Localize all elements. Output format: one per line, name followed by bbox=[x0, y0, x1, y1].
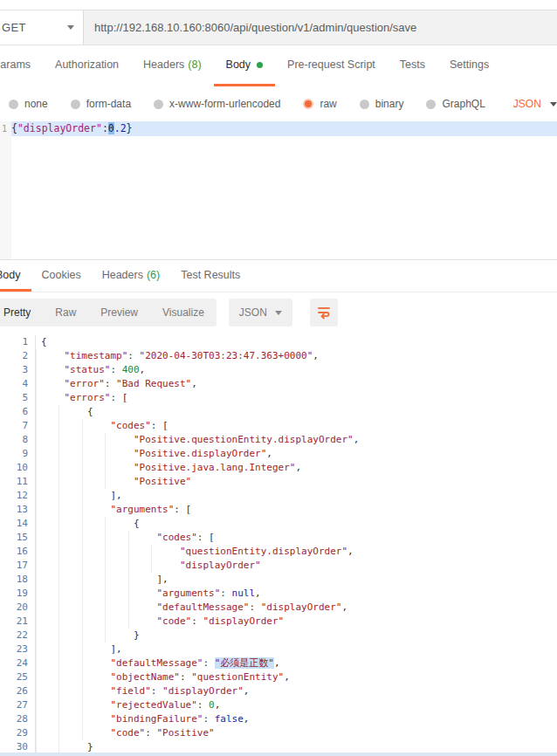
line-number: 27 bbox=[0, 698, 35, 712]
code-line: 29 "code": "Positive" bbox=[0, 726, 557, 740]
line-number: 28 bbox=[0, 712, 35, 726]
body-type-row: noneform-datax-www-form-urlencodedrawbin… bbox=[0, 86, 557, 121]
code-line: 11 "Positive" bbox=[0, 475, 557, 489]
line-number: 12 bbox=[0, 489, 35, 503]
code-line: 4 "error": "Bad Request", bbox=[0, 377, 557, 391]
wrap-text-button[interactable] bbox=[310, 299, 338, 326]
line-number: 1 bbox=[0, 335, 35, 349]
code-line: 23 ], bbox=[0, 643, 557, 656]
line-number: 15 bbox=[0, 531, 35, 545]
line-number: 25 bbox=[0, 670, 35, 684]
request-tabs: ParamsAuthorizationHeaders(8)BodyPre-req… bbox=[0, 45, 557, 86]
line-number: 14 bbox=[0, 517, 35, 531]
resp-tab-headers[interactable]: Headers(6) bbox=[92, 260, 171, 292]
radio-form-data[interactable]: form-data bbox=[71, 98, 131, 110]
body-language-selector[interactable]: JSON bbox=[513, 98, 557, 110]
radio-icon bbox=[71, 100, 80, 109]
radio-binary[interactable]: binary bbox=[360, 98, 404, 110]
response-body[interactable]: 1{2 "timestamp": "2020-04-30T03:23:47.36… bbox=[0, 333, 557, 754]
editor-line: 1{"displayOrder":0.2} bbox=[0, 121, 557, 136]
radio-raw[interactable]: raw bbox=[303, 98, 336, 110]
code-line: 2 "timestamp": "2020-04-30T03:23:47.363+… bbox=[0, 349, 557, 363]
tab-authorization[interactable]: Authorization bbox=[43, 45, 131, 86]
line-number: 10 bbox=[0, 461, 35, 475]
code-line: 3 "status": 400, bbox=[0, 363, 557, 377]
code-line: 26 "field": "displayOrder", bbox=[0, 684, 557, 698]
radio-icon bbox=[154, 100, 163, 109]
unsaved-dot-icon bbox=[257, 62, 263, 68]
line-number: 13 bbox=[0, 503, 35, 517]
line-number: 8 bbox=[0, 433, 35, 447]
tab-body[interactable]: Body bbox=[214, 45, 276, 86]
code-line: 19 "arguments": null, bbox=[0, 587, 557, 601]
radio-icon bbox=[9, 100, 18, 109]
resp-tab-cookies[interactable]: Cookies bbox=[31, 260, 92, 292]
view-preview[interactable]: Preview bbox=[88, 299, 150, 326]
tab-settings[interactable]: Settings bbox=[437, 45, 501, 86]
code-line: 24 "defaultMessage": "必须是正数", bbox=[0, 656, 557, 670]
line-number: 4 bbox=[0, 377, 35, 391]
tab-params[interactable]: Params bbox=[0, 45, 43, 86]
view-visualize[interactable]: Visualize bbox=[150, 299, 217, 326]
line-number: 29 bbox=[0, 726, 35, 740]
response-view-bar: PrettyRawPreviewVisualize JSON bbox=[0, 292, 557, 333]
wrap-text-icon bbox=[315, 304, 333, 321]
method-label: GET bbox=[2, 21, 26, 34]
view-raw[interactable]: Raw bbox=[43, 299, 88, 326]
response-language-selector[interactable]: JSON bbox=[229, 299, 292, 326]
chevron-down-icon bbox=[67, 25, 74, 30]
radio-none[interactable]: none bbox=[9, 98, 48, 110]
view-mode-switcher: PrettyRawPreviewVisualize bbox=[0, 299, 217, 326]
radio-icon bbox=[305, 100, 312, 107]
radio-x-www-form-urlencoded[interactable]: x-www-form-urlencoded bbox=[154, 98, 280, 110]
line-number: 26 bbox=[0, 684, 35, 698]
resp-tab-test-results[interactable]: Test Results bbox=[170, 260, 251, 292]
code-line: 6 { bbox=[0, 405, 557, 419]
tab-tests[interactable]: Tests bbox=[388, 45, 437, 86]
line-number: 23 bbox=[0, 643, 35, 656]
tab-pre-request-script[interactable]: Pre-request Script bbox=[275, 45, 388, 86]
line-number: 20 bbox=[0, 601, 35, 615]
chevron-down-icon bbox=[275, 311, 282, 315]
code-line: 27 "rejectedValue": 0, bbox=[0, 698, 557, 712]
code-line: 17 "displayOrder" bbox=[0, 559, 557, 573]
code-line: 13 "arguments": [ bbox=[0, 503, 557, 517]
code-line: 20 "defaultMessage": "displayOrder", bbox=[0, 601, 557, 615]
code-line: 1{ bbox=[0, 335, 557, 349]
line-number: 17 bbox=[0, 559, 35, 573]
code-line: 5 "errors": [ bbox=[0, 391, 557, 405]
radio-icon bbox=[360, 100, 369, 109]
line-number: 11 bbox=[0, 475, 35, 489]
line-number: 9 bbox=[0, 447, 35, 461]
line-number: 21 bbox=[0, 615, 35, 629]
code-line: 10 "Positive.java.lang.Integer", bbox=[0, 461, 557, 475]
radio-graphql[interactable]: GraphQL bbox=[426, 98, 485, 110]
code-line: 22 } bbox=[0, 629, 557, 643]
line-number: 6 bbox=[0, 405, 35, 419]
url-input[interactable]: http://192.168.10.160:8060/api/question/… bbox=[84, 10, 557, 45]
code-line: 28 "bindingFailure": false, bbox=[0, 712, 557, 726]
chevron-down-icon bbox=[550, 102, 557, 107]
request-body-editor[interactable]: 1{"displayOrder":0.2} bbox=[0, 121, 557, 259]
line-number: 2 bbox=[0, 349, 35, 363]
url-bar: GET http://192.168.10.160:8060/api/quest… bbox=[0, 10, 557, 45]
method-selector[interactable]: GET bbox=[0, 10, 84, 45]
line-number: 7 bbox=[0, 419, 35, 433]
code-line: 8 "Positive.questionEntity.displayOrder"… bbox=[0, 433, 557, 447]
line-number: 19 bbox=[0, 587, 35, 601]
tab-headers[interactable]: Headers(8) bbox=[131, 45, 214, 86]
code-line: 12 ], bbox=[0, 489, 557, 503]
scrollbar-track[interactable] bbox=[0, 753, 557, 756]
radio-icon bbox=[426, 100, 436, 109]
code-line: 9 "Positive.displayOrder", bbox=[0, 447, 557, 461]
code-line: 21 "code": "displayOrder" bbox=[0, 615, 557, 629]
line-number: 16 bbox=[0, 545, 35, 559]
view-pretty[interactable]: Pretty bbox=[0, 299, 43, 326]
code-line: 18 ], bbox=[0, 573, 557, 587]
line-number: 18 bbox=[0, 573, 35, 587]
code-line: 15 "codes": [ bbox=[0, 531, 557, 545]
line-number: 5 bbox=[0, 391, 35, 405]
response-language-label: JSON bbox=[239, 306, 267, 319]
resp-tab-body[interactable]: Body bbox=[0, 260, 31, 292]
code-line: 25 "objectName": "questionEntity", bbox=[0, 670, 557, 684]
